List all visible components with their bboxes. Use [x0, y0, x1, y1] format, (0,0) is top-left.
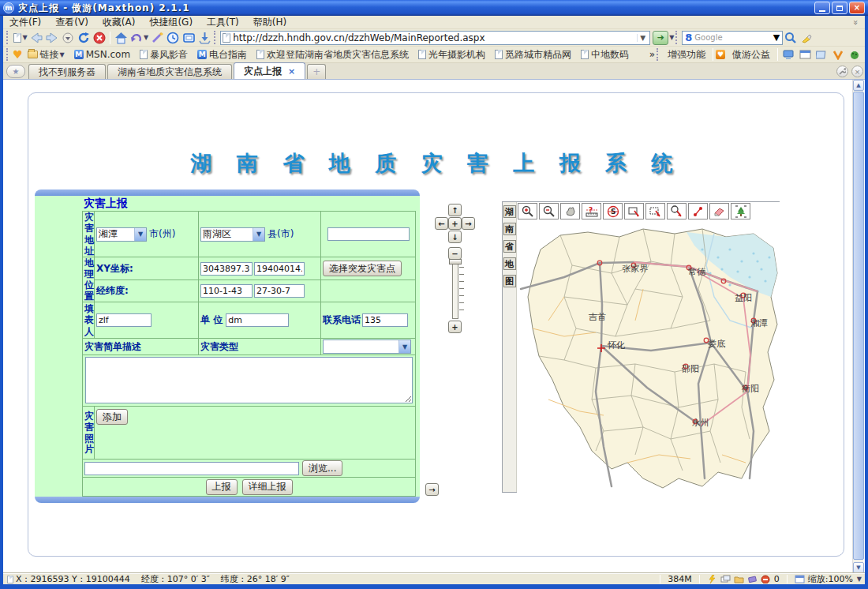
enhance-features-button[interactable]: 增强功能: [668, 48, 705, 62]
download-button[interactable]: [196, 30, 212, 46]
submit-button[interactable]: 上报: [206, 479, 238, 495]
menu-favorites[interactable]: 收藏(A): [103, 16, 136, 29]
scroll-down-icon[interactable]: ▼: [853, 562, 864, 573]
go-dropdown-icon[interactable]: ▼: [669, 34, 674, 41]
new-tab-button[interactable]: ▼: [13, 30, 28, 46]
home-button[interactable]: [113, 30, 129, 46]
popup-blocker-icon[interactable]: [761, 575, 771, 583]
side-char-button[interactable]: 省: [503, 240, 516, 253]
close-button[interactable]: ×: [849, 2, 865, 14]
zoom-out-step-button[interactable]: −: [448, 247, 462, 260]
map-measure-button[interactable]: ?: [582, 203, 601, 219]
favorites-heart-icon[interactable]: ♥: [13, 48, 23, 61]
hunan-map[interactable]: 张家界常德益阳吉首怀化娄底邵阳衡阳永州湘潭: [517, 202, 780, 493]
bookmark-msn[interactable]: MMSN.com: [74, 49, 130, 60]
back-button[interactable]: [28, 30, 44, 46]
file-path-input[interactable]: [84, 462, 299, 475]
search-dropdown-arrow-icon[interactable]: ▼: [773, 32, 780, 43]
pan-up-button[interactable]: ↑: [448, 204, 462, 216]
side-char-button[interactable]: 南: [503, 223, 516, 235]
address-bar[interactable]: http://dzzh.hndh.gov.cn/dzzhWeb/MainRepo…: [220, 31, 650, 45]
bookmark-zhongdi-digital[interactable]: 中地数码: [581, 48, 629, 62]
menu-help[interactable]: 帮助(H): [253, 16, 286, 29]
forward-button[interactable]: [44, 30, 60, 46]
longitude-input[interactable]: [200, 284, 253, 298]
zoom-window-icon[interactable]: [795, 575, 805, 583]
url-dropdown-arrow-icon[interactable]: ▼: [637, 34, 648, 42]
browse-button[interactable]: 浏览...: [302, 460, 342, 476]
search-input[interactable]: Google: [694, 33, 773, 42]
map-layer-tree-button[interactable]: [731, 203, 750, 219]
plugin-bug-icon[interactable]: [849, 50, 861, 60]
side-char-button[interactable]: 地: [503, 257, 516, 270]
bookmark-links-folder[interactable]: 链接▼: [28, 48, 65, 62]
tab-close-all-button[interactable]: ×: [851, 66, 863, 77]
tab-disaster-report[interactable]: 灾点上报×: [234, 62, 305, 79]
plugin-v-icon[interactable]: [832, 50, 844, 60]
description-textarea[interactable]: [85, 357, 413, 403]
plugin-computer-icon[interactable]: [783, 50, 795, 60]
menu-groups[interactable]: 快捷组(G): [149, 16, 193, 29]
disaster-type-select[interactable]: ▼: [323, 340, 411, 354]
center-button[interactable]: +: [448, 217, 462, 230]
restore-button[interactable]: [832, 2, 847, 14]
menu-view[interactable]: 查看(V): [55, 16, 88, 29]
latitude-input[interactable]: [254, 284, 305, 298]
windows-cascade-icon[interactable]: [720, 575, 731, 583]
bookmark-city-boutique[interactable]: 觅路城市精品网: [495, 48, 571, 62]
magic-fill-button[interactable]: [149, 30, 165, 46]
add-photo-button[interactable]: 添加: [96, 409, 128, 425]
search-go-button[interactable]: [783, 30, 799, 46]
bookmark-radio-guide[interactable]: M电台指南: [197, 48, 247, 62]
tab-close-icon[interactable]: ×: [288, 66, 295, 77]
stop-button[interactable]: [92, 30, 107, 46]
page-scrollbar[interactable]: ▲ ▼: [852, 80, 863, 573]
reporter-name-input[interactable]: [96, 313, 152, 327]
bookmark-photo-studio[interactable]: 光年摄影机构: [418, 48, 485, 62]
bookmark-hunan-geo-system[interactable]: 欢迎登陆湖南省地质灾害信息系统: [256, 48, 409, 62]
search-box[interactable]: 8 Google ▼: [682, 31, 783, 45]
status-folder-icon[interactable]: [734, 575, 744, 583]
history-clock-button[interactable]: [165, 30, 181, 46]
map-scale-button[interactable]: S: [603, 203, 623, 219]
zoom-in-step-button[interactable]: +: [448, 321, 462, 333]
session-star-button[interactable]: ★: [6, 65, 25, 78]
zoom-slider-handle[interactable]: [449, 259, 462, 264]
map-identify-button[interactable]: [667, 203, 687, 219]
tab-hunan-geo-info[interactable]: 湖南省地质灾害信息系统: [107, 64, 232, 79]
pan-down-button[interactable]: ↓: [448, 231, 462, 243]
menu-tools[interactable]: 工具(T): [207, 16, 239, 29]
unit-input[interactable]: [226, 313, 289, 327]
refresh-button[interactable]: [76, 30, 92, 46]
plugin-notes-icon[interactable]: [816, 50, 828, 60]
zoom-dropdown-icon[interactable]: ▼: [857, 576, 862, 583]
map-clear-select-button[interactable]: [645, 203, 665, 219]
x-coordinate-input[interactable]: [200, 262, 253, 276]
tab-server-not-found[interactable]: 找不到服务器: [28, 64, 106, 79]
bookmark-storm-player[interactable]: 暴风影音: [140, 48, 188, 62]
map-draw-point-button[interactable]: [688, 203, 708, 219]
city-select[interactable]: 湘潭▼: [96, 227, 147, 242]
map-eraser-button[interactable]: [709, 203, 729, 219]
url-text[interactable]: http://dzzh.hndh.gov.cn/dzzhWeb/MainRepo…: [233, 32, 637, 43]
tab-tools-wrench-button[interactable]: [836, 66, 848, 77]
menu-file[interactable]: 文件(F): [9, 16, 41, 29]
address-detail-input[interactable]: [327, 227, 410, 241]
go-button[interactable]: ➜: [653, 31, 668, 45]
panel-expand-button[interactable]: →: [425, 483, 439, 496]
scroll-up-icon[interactable]: ▲: [853, 80, 864, 91]
side-char-button[interactable]: 图: [503, 275, 516, 287]
highlight-button[interactable]: [799, 30, 814, 46]
menu-overflow-chevron-icon[interactable]: »: [851, 20, 861, 25]
status-eraser-icon[interactable]: [747, 575, 758, 583]
y-coordinate-input[interactable]: [254, 262, 305, 276]
zoom-slider-track[interactable]: [452, 261, 458, 319]
scrollbar-thumb[interactable]: [853, 92, 864, 560]
bookmarks-overflow[interactable]: »: [649, 49, 655, 60]
minimize-button[interactable]: [814, 2, 830, 14]
pan-right-button[interactable]: →: [462, 217, 475, 230]
capture-button[interactable]: [181, 30, 196, 46]
pick-disaster-point-button[interactable]: 选择突发灾害点: [323, 261, 402, 276]
side-char-button[interactable]: 湖: [503, 205, 516, 218]
detail-submit-button[interactable]: 详细上报: [242, 479, 293, 495]
